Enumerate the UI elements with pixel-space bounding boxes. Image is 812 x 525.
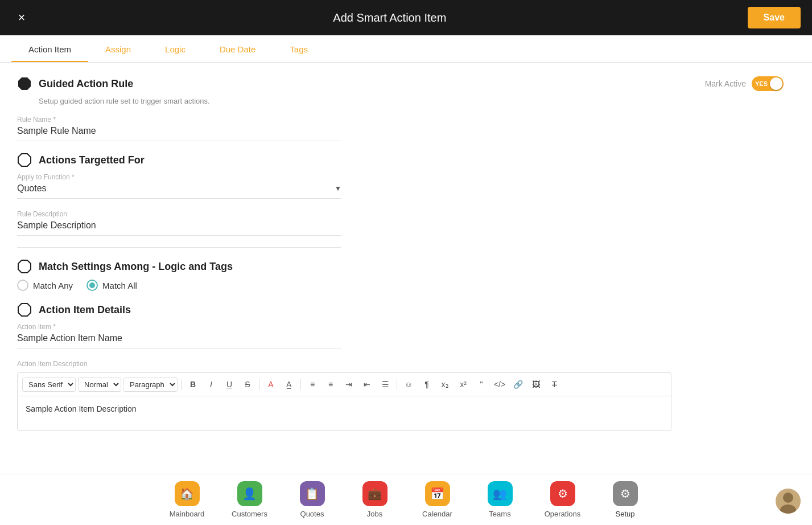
editor-body[interactable]: Sample Action Item Description (18, 396, 671, 430)
match-all-option[interactable]: Match All (86, 280, 137, 291)
action-item-details-icon (17, 302, 32, 317)
font-size-select[interactable]: Normal (78, 378, 121, 392)
apply-to-function-label: Apply to Function * (17, 173, 341, 181)
highlight-button[interactable]: A̲ (281, 376, 297, 392)
match-any-radio[interactable] (17, 280, 28, 291)
match-all-radio[interactable] (86, 280, 98, 291)
link-button[interactable]: 🔗 (510, 376, 526, 392)
superscript-button[interactable]: x² (455, 376, 471, 392)
font-family-select[interactable]: Sans Serif (22, 378, 76, 392)
user-avatar[interactable] (776, 489, 801, 514)
apply-to-function-value: Quotes (17, 183, 47, 194)
svg-marker-2 (18, 260, 31, 273)
dropdown-arrow-icon: ▼ (335, 184, 341, 192)
guided-action-rule-subtitle: Setup guided action rule set to trigger … (39, 97, 795, 105)
image-button[interactable]: 🖼 (528, 376, 544, 392)
nav-item-jobs[interactable]: 💼Jobs (355, 481, 395, 518)
rule-description-label: Rule Description (17, 210, 341, 218)
actions-targeted-icon (17, 153, 32, 167)
save-button[interactable]: Save (748, 7, 801, 28)
code-button[interactable]: </> (492, 376, 508, 392)
nav-item-customers[interactable]: 👤Customers (230, 481, 270, 518)
match-settings-icon (17, 259, 32, 274)
quote-button[interactable]: " (473, 376, 489, 392)
rule-name-value[interactable]: Sample Rule Name (17, 126, 341, 141)
nav-item-quotes[interactable]: 📋Quotes (292, 481, 332, 518)
rule-name-field: Rule Name * Sample Rule Name (17, 116, 341, 141)
nav-item-calendar[interactable]: 📅Calendar (418, 481, 457, 518)
close-button[interactable]: × (11, 7, 32, 28)
apply-to-function-dropdown[interactable]: Quotes ▼ (17, 183, 341, 199)
nav-item-setup[interactable]: ⚙Setup (605, 481, 645, 518)
paragraph-mark-button[interactable]: ¶ (419, 376, 435, 392)
guided-action-rule-header: Guided Action Rule (17, 76, 795, 91)
subscript-button[interactable]: x₂ (437, 376, 453, 392)
match-options-row: Match Any Match All (17, 280, 795, 291)
ordered-list-button[interactable]: ≡ (304, 376, 320, 392)
rule-name-label: Rule Name * (17, 116, 341, 124)
tab-action-item[interactable]: Action Item (11, 38, 88, 62)
actions-targeted-title: Actions Targetted For (39, 154, 145, 166)
calendar-icon: 📅 (425, 481, 450, 506)
calendar-label: Calendar (422, 510, 452, 518)
paragraph-select[interactable]: Paragraph (123, 378, 178, 392)
section-divider (17, 247, 341, 248)
toolbar-sep-1 (181, 379, 182, 390)
mainboard-label: Mainboard (170, 510, 204, 518)
underline-button[interactable]: U (221, 376, 237, 392)
rule-description-value[interactable]: Sample Description (17, 220, 341, 236)
emoji-button[interactable]: ☺ (401, 376, 417, 392)
operations-icon: ⚙ (550, 481, 575, 506)
outdent-button[interactable]: ⇤ (359, 376, 375, 392)
svg-marker-1 (18, 154, 31, 166)
bold-button[interactable]: B (185, 376, 201, 392)
mark-active-row: Mark Active YES (705, 76, 784, 91)
tabs-bar: Action Item Assign Logic Due Date Tags (0, 35, 812, 63)
mainboard-icon: 🏠 (175, 481, 200, 506)
jobs-icon: 💼 (362, 481, 388, 506)
guided-action-rule-title: Guided Action Rule (39, 78, 133, 90)
action-item-label: Action Item * (17, 323, 341, 331)
mark-active-toggle[interactable]: YES (752, 76, 784, 91)
match-any-option[interactable]: Match Any (17, 280, 73, 291)
customers-icon: 👤 (237, 481, 262, 506)
main-content: Mark Active YES Guided Action Rule Setup… (0, 63, 812, 474)
toolbar-sep-4 (397, 379, 397, 390)
quotes-icon: 📋 (300, 481, 325, 506)
tab-due-date[interactable]: Due Date (203, 38, 273, 62)
action-item-value[interactable]: Sample Action Item Name (17, 333, 341, 348)
italic-button[interactable]: I (203, 376, 219, 392)
toggle-label: YES (755, 80, 768, 87)
nav-item-mainboard[interactable]: 🏠Mainboard (167, 481, 207, 518)
quotes-label: Quotes (300, 510, 324, 518)
svg-marker-0 (18, 77, 31, 90)
apply-to-function-field: Apply to Function * Quotes ▼ (17, 173, 341, 199)
nav-item-teams[interactable]: 👥Teams (480, 481, 520, 518)
font-color-button[interactable]: A (263, 376, 279, 392)
page-title: Add Smart Action Item (333, 11, 446, 24)
toggle-circle (770, 77, 782, 90)
action-item-desc-label: Action Item Description (17, 360, 795, 368)
match-all-radio-dot (89, 282, 95, 288)
mark-active-label: Mark Active (705, 79, 746, 88)
editor-toolbar: Sans Serif Normal Paragraph B I U S A A̲… (18, 373, 671, 396)
tab-tags[interactable]: Tags (273, 38, 325, 62)
tab-assign[interactable]: Assign (88, 38, 148, 62)
nav-item-operations[interactable]: ⚙Operations (543, 481, 583, 518)
indent-button[interactable]: ⇥ (341, 376, 357, 392)
svg-point-4 (783, 493, 793, 503)
bottom-nav: 🏠Mainboard👤Customers📋Quotes💼Jobs📅Calenda… (0, 474, 812, 525)
svg-marker-3 (18, 303, 31, 316)
operations-label: Operations (545, 510, 581, 518)
rich-text-editor[interactable]: Sans Serif Normal Paragraph B I U S A A̲… (17, 372, 671, 431)
unordered-list-button[interactable]: ≡ (323, 376, 339, 392)
toolbar-sep-2 (259, 379, 259, 390)
align-button[interactable]: ☰ (377, 376, 393, 392)
match-settings-header: Match Settings Among - Logic and Tags (17, 259, 795, 274)
setup-label: Setup (616, 510, 635, 518)
clear-format-button[interactable]: T̶ (546, 376, 562, 392)
strikethrough-button[interactable]: S (240, 376, 255, 392)
teams-icon: 👥 (488, 481, 513, 506)
guided-action-rule-icon (17, 76, 32, 91)
tab-logic[interactable]: Logic (148, 38, 203, 62)
